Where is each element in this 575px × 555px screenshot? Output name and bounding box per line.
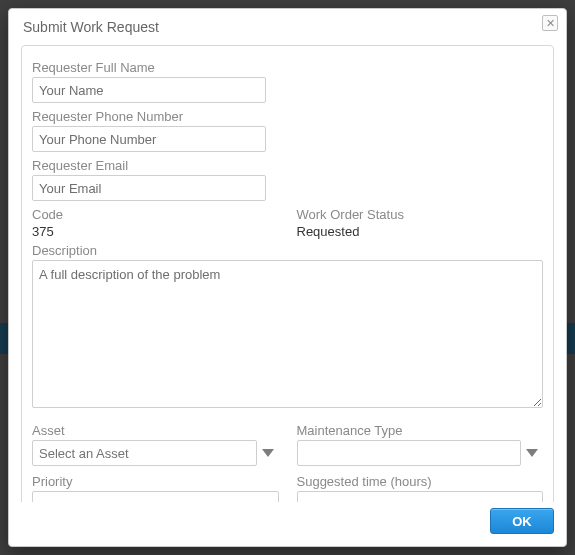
priority-label: Priority xyxy=(32,474,279,489)
status-label: Work Order Status xyxy=(297,207,544,222)
requester-email-label: Requester Email xyxy=(32,158,543,173)
maintenance-type-label: Maintenance Type xyxy=(297,423,544,438)
code-value: 375 xyxy=(32,224,279,239)
chevron-down-icon[interactable] xyxy=(257,440,279,466)
submit-work-request-modal: Submit Work Request ✕ Requester Full Nam… xyxy=(8,8,567,547)
requester-email-input[interactable] xyxy=(32,175,266,201)
ok-button[interactable]: OK xyxy=(490,508,554,534)
chevron-down-icon[interactable] xyxy=(521,440,543,466)
requester-phone-input[interactable] xyxy=(32,126,266,152)
close-button[interactable]: ✕ xyxy=(542,15,558,31)
asset-select[interactable] xyxy=(32,440,279,466)
asset-label: Asset xyxy=(32,423,279,438)
modal-header: Submit Work Request ✕ xyxy=(9,9,566,41)
requester-name-input[interactable] xyxy=(32,77,266,103)
modal-body: Requester Full Name Requester Phone Numb… xyxy=(9,41,566,502)
maintenance-type-select-value[interactable] xyxy=(297,440,522,466)
svg-marker-0 xyxy=(262,449,274,457)
status-value: Requested xyxy=(297,224,544,239)
priority-input[interactable] xyxy=(32,491,279,502)
description-label: Description xyxy=(32,243,543,258)
description-textarea[interactable] xyxy=(32,260,543,408)
code-label: Code xyxy=(32,207,279,222)
asset-select-value[interactable] xyxy=(32,440,257,466)
suggested-time-label: Suggested time (hours) xyxy=(297,474,544,489)
requester-phone-label: Requester Phone Number xyxy=(32,109,543,124)
modal-title: Submit Work Request xyxy=(23,19,159,35)
requester-name-label: Requester Full Name xyxy=(32,60,543,75)
modal-footer: OK xyxy=(9,502,566,546)
maintenance-type-select[interactable] xyxy=(297,440,544,466)
suggested-time-input[interactable] xyxy=(297,491,544,502)
svg-marker-1 xyxy=(526,449,538,457)
form-panel: Requester Full Name Requester Phone Numb… xyxy=(21,45,554,502)
close-icon: ✕ xyxy=(546,17,555,29)
